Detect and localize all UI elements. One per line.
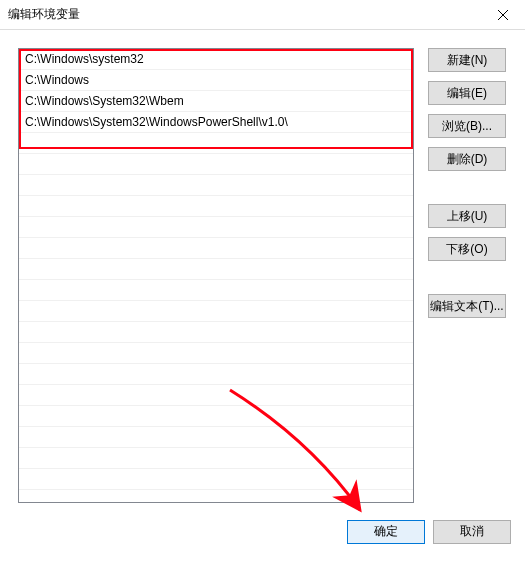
list-item-empty[interactable]: . <box>19 175 413 196</box>
content-area: C:\Windows\system32 C:\Windows C:\Window… <box>0 30 525 511</box>
list-item-empty[interactable]: . <box>19 154 413 175</box>
list-item-empty[interactable]: . <box>19 343 413 364</box>
list-item[interactable]: C:\Windows\system32 <box>19 49 413 70</box>
path-listbox[interactable]: C:\Windows\system32 C:\Windows C:\Window… <box>18 48 414 503</box>
list-item-empty[interactable]: . <box>19 469 413 490</box>
list-item-empty[interactable]: . <box>19 238 413 259</box>
list-item-empty[interactable]: . <box>19 133 413 154</box>
list-item[interactable]: C:\Windows\System32\Wbem <box>19 91 413 112</box>
cancel-button[interactable]: 取消 <box>433 520 511 544</box>
new-button[interactable]: 新建(N) <box>428 48 506 72</box>
titlebar: 编辑环境变量 <box>0 0 525 30</box>
window-title: 编辑环境变量 <box>8 6 480 23</box>
list-item[interactable]: C:\Windows\System32\WindowsPowerShell\v1… <box>19 112 413 133</box>
browse-button[interactable]: 浏览(B)... <box>428 114 506 138</box>
list-item-empty[interactable]: . <box>19 259 413 280</box>
ok-button[interactable]: 确定 <box>347 520 425 544</box>
button-spacer <box>428 270 506 294</box>
list-item-empty[interactable]: . <box>19 280 413 301</box>
move-down-button[interactable]: 下移(O) <box>428 237 506 261</box>
list-item-empty[interactable]: . <box>19 427 413 448</box>
edit-text-button[interactable]: 编辑文本(T)... <box>428 294 506 318</box>
side-button-group: 新建(N) 编辑(E) 浏览(B)... 删除(D) 上移(U) 下移(O) 编… <box>428 48 506 497</box>
list-item[interactable]: C:\Windows <box>19 70 413 91</box>
list-item-empty[interactable]: . <box>19 217 413 238</box>
list-item-empty[interactable]: . <box>19 448 413 469</box>
delete-button[interactable]: 删除(D) <box>428 147 506 171</box>
list-item-empty[interactable]: . <box>19 364 413 385</box>
button-spacer <box>428 180 506 204</box>
close-button[interactable] <box>480 0 525 30</box>
edit-button[interactable]: 编辑(E) <box>428 81 506 105</box>
list-item-empty[interactable]: . <box>19 385 413 406</box>
list-item-empty[interactable]: . <box>19 406 413 427</box>
move-up-button[interactable]: 上移(U) <box>428 204 506 228</box>
list-item-empty[interactable]: . <box>19 196 413 217</box>
footer-buttons: 确定 取消 <box>0 511 525 561</box>
list-item-empty[interactable]: . <box>19 301 413 322</box>
list-item-empty[interactable]: . <box>19 322 413 343</box>
close-icon <box>498 10 508 20</box>
